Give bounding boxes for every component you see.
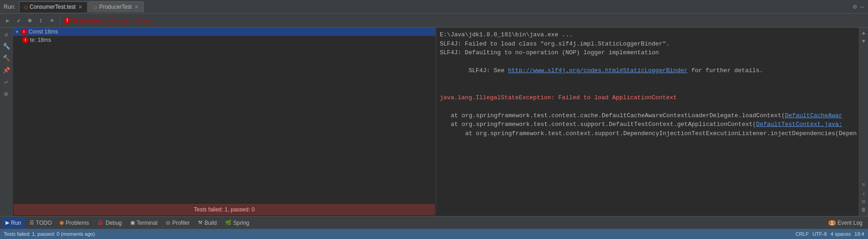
filter-icon[interactable]: 🔧 xyxy=(1,41,12,51)
tab-todo[interactable]: ☰ TODO xyxy=(26,217,55,228)
console-blank-2 xyxy=(440,102,855,111)
console-stack-1: at org.springframework.test.context.cach… xyxy=(451,111,855,120)
consumer-tab-icon: ◇ xyxy=(24,4,28,10)
wrap-icon[interactable]: ≡ xyxy=(860,181,868,188)
console-line-3: SLF4J: Defaulting to no-operation (NOP) … xyxy=(440,48,855,57)
encoding-indicator[interactable]: UTF-8 xyxy=(812,231,827,237)
todo-tab-label: TODO xyxy=(36,220,52,226)
failed-banner-text: Tests failed: 1, passed: 0 xyxy=(194,206,255,213)
run-button[interactable]: ▶ xyxy=(3,16,13,26)
scroll-down-icon[interactable]: ▼ xyxy=(860,38,868,45)
check-button[interactable]: ✓ xyxy=(14,16,24,26)
stack2-link[interactable]: DefaultTestContext.java: xyxy=(756,121,842,128)
event-log-count: 1 xyxy=(828,220,836,226)
run-tab-label: Run xyxy=(11,220,21,226)
stop-button[interactable]: ⊗ xyxy=(25,16,35,26)
tab-spring[interactable]: 🌿 Spring xyxy=(221,217,253,228)
console-line-4: SLF4J: See http://www.slf4j.org/codes.ht… xyxy=(440,57,855,85)
status-text: Tests failed: 1, passed: 0 (moments ago) xyxy=(4,231,95,237)
of-text: of 1 test xyxy=(111,17,130,24)
console-stack-2: at org.springframework.test.context.supp… xyxy=(451,120,855,129)
tree-item-const-label: Const 18ms xyxy=(29,28,58,35)
pin-icon[interactable]: 📌 xyxy=(1,65,12,75)
content-area: E:\Java\jdk1.8.0_181\bin\java.exe ... SL… xyxy=(436,28,859,216)
profiler-tab-label: Profiler xyxy=(172,220,190,226)
indent-indicator[interactable]: 4 spaces xyxy=(831,231,851,237)
arrow-button[interactable]: » xyxy=(47,16,57,26)
main-area: ↺ 🔧 🔨 📌 ↩ ⊞ ▼ ! Const 18ms ! te: 18ms Te… xyxy=(0,28,868,216)
time-text: 18 ms xyxy=(136,17,151,24)
status-label: Tests failed: xyxy=(72,17,104,24)
tab-profiler[interactable]: ◎ Profiler xyxy=(162,217,193,228)
tab-build[interactable]: ⚒ Build xyxy=(194,217,221,228)
toolbar-separator xyxy=(60,17,60,25)
terminal-tab-icon: ▣ xyxy=(130,220,135,226)
tab-problems[interactable]: Problems xyxy=(56,217,93,228)
debug-tab-icon: 🐞 xyxy=(97,220,104,226)
problems-dot xyxy=(60,221,64,225)
producer-tab-icon: ◇ xyxy=(93,4,97,10)
status-right: CRLF UTF-8 4 spaces 18:4 xyxy=(796,231,864,237)
grid-icon[interactable]: ⊞ xyxy=(1,89,12,99)
spring-tab-icon: 🌿 xyxy=(225,220,232,226)
tree-item-const[interactable]: ▼ ! Const 18ms xyxy=(13,28,436,36)
error-dot-const: ! xyxy=(21,28,27,35)
trash-icon[interactable]: 🗑 xyxy=(860,206,868,213)
tree-item-te-label: te: 18ms xyxy=(30,37,51,43)
right-scrollbar: ▲ ▼ ≡ ⇓ ⊟ 🗑 xyxy=(859,28,868,216)
title-bar: Run: ◇ ConsumerTest.test ✕ ◇ ProducerTes… xyxy=(0,0,868,14)
problems-tab-label: Problems xyxy=(65,220,89,226)
test-tree: ▼ ! Const 18ms ! te: 18ms Tests failed: … xyxy=(13,28,436,216)
slf4j-link[interactable]: http://www.slf4j.org/codes.html#StaticLo… xyxy=(508,67,687,74)
console-output: E:\Java\jdk1.8.0_181\bin\java.exe ... SL… xyxy=(436,28,859,216)
status-bar: Tests failed: 1, passed: 0 (moments ago)… xyxy=(0,229,868,239)
event-log-label: Event Log xyxy=(838,220,862,226)
tab1-close[interactable]: ✕ xyxy=(78,4,82,10)
left-icons: ↺ 🔧 🔨 📌 ↩ ⊞ xyxy=(0,28,13,216)
align-icon[interactable]: ⇓ xyxy=(860,189,868,197)
back-icon[interactable]: ↩ xyxy=(1,77,12,87)
line4-pre: SLF4J: See xyxy=(468,67,508,74)
console-stack-3: at org.springframework.test.context.supp… xyxy=(451,129,855,138)
line-col-indicator: 18:4 xyxy=(855,231,864,237)
terminal-tab-label: Terminal xyxy=(137,220,157,226)
rerun-icon[interactable]: ↺ xyxy=(1,29,12,40)
event-log-button[interactable]: 1 Event Log xyxy=(825,219,866,227)
console-blank-1 xyxy=(440,84,855,93)
tab2-close[interactable]: ✕ xyxy=(134,4,139,10)
tab2-label: ProducerTest xyxy=(99,4,132,10)
expand-icon: ▼ xyxy=(15,29,19,34)
crlf-indicator[interactable]: CRLF xyxy=(796,231,809,237)
build-tab-label: Build xyxy=(204,220,217,226)
tab-terminal[interactable]: ▣ Terminal xyxy=(127,217,161,228)
tab-producer-test[interactable]: ◇ ProducerTest ✕ xyxy=(88,1,144,12)
settings-icon[interactable]: ⚙ xyxy=(853,3,856,11)
tree-item-te[interactable]: ! te: 18ms xyxy=(13,36,436,44)
console-exception: java.lang.IllegalStateException: Failed … xyxy=(440,93,855,102)
bottom-toolbar: ▶ Run ☰ TODO Problems 🐞 Debug ▣ Terminal… xyxy=(0,216,868,229)
sort-button[interactable]: ↕ xyxy=(36,16,46,26)
tab1-label: ConsumerTest.test xyxy=(29,4,76,10)
spring-tab-label: Spring xyxy=(233,220,250,226)
failed-count: 1 xyxy=(105,17,109,24)
run-tab-icon: ▶ xyxy=(6,220,9,226)
tab-run[interactable]: ▶ Run xyxy=(2,217,25,228)
tab-debug[interactable]: 🐞 Debug xyxy=(93,217,125,228)
build-tab-icon: ⚒ xyxy=(198,220,203,226)
scroll-up-icon[interactable]: ▲ xyxy=(860,29,868,37)
test-status: ! Tests failed: 1 of 1 test – 18 ms xyxy=(64,17,151,24)
todo-tab-icon: ☰ xyxy=(29,220,34,226)
run-label: Run: xyxy=(4,4,15,10)
error-icon: ! xyxy=(64,17,70,24)
console-line-2: SLF4J: Failed to load class "org.slf4j.i… xyxy=(440,40,855,49)
wrench-icon[interactable]: 🔨 xyxy=(1,53,12,63)
error-dot-te: ! xyxy=(22,37,29,43)
tab-consumer-test[interactable]: ◇ ConsumerTest.test ✕ xyxy=(19,1,87,12)
print-icon[interactable]: ⊟ xyxy=(860,198,868,205)
profiler-tab-icon: ◎ xyxy=(166,220,170,226)
console-line-1: E:\Java\jdk1.8.0_181\bin\java.exe ... xyxy=(440,30,855,40)
toolbar: ▶ ✓ ⊗ ↕ » ! Tests failed: 1 of 1 test – … xyxy=(0,14,868,28)
minimize-icon[interactable]: — xyxy=(861,3,864,11)
stack1-link[interactable]: DefaultCacheAwar xyxy=(785,112,843,119)
debug-tab-label: Debug xyxy=(105,220,122,226)
